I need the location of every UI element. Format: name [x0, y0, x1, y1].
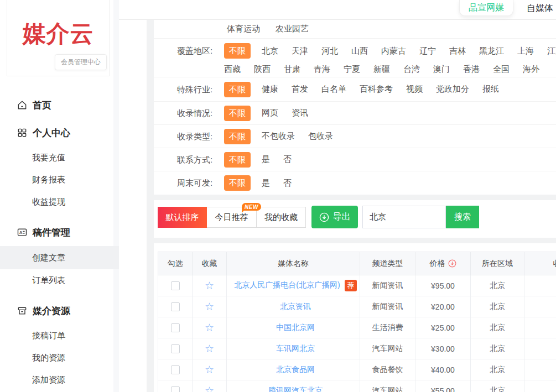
column-header-4[interactable]: 价格 [415, 252, 471, 275]
filter-option[interactable]: 内蒙古 [381, 46, 406, 56]
favorite-star-icon[interactable]: ☆ [205, 385, 214, 392]
row-checkbox[interactable] [171, 344, 180, 353]
filter-option[interactable]: 全国 [493, 64, 510, 75]
logo-card: 媒介云 会员管理中心 [7, 0, 110, 76]
filter-option[interactable]: 不包收录 [262, 131, 295, 142]
filter-selected-option[interactable]: 不限 [224, 106, 251, 121]
filter-option[interactable]: 黑龙江 [479, 46, 504, 56]
filter-option[interactable]: 包收录 [308, 131, 333, 142]
filter-option[interactable]: 陕西 [254, 64, 271, 75]
table-row: ☆车讯网北京汽车网站¥30.00北京资讯 [158, 338, 556, 359]
filter-option[interactable]: 海外 [523, 64, 539, 75]
sidebar-item-add-resources[interactable]: 添加资源 [0, 369, 113, 391]
panel-gap [147, 195, 556, 200]
media-name-link[interactable]: 北京人民广播电台(北京广播网) [234, 280, 340, 289]
my-favorites-button[interactable]: 我的收藏 [257, 207, 306, 228]
filter-option[interactable]: 河北 [321, 46, 338, 56]
filter-option[interactable]: 天津 [292, 46, 308, 56]
sidebar-item-manuscript-management[interactable]: A稿件管理 [0, 218, 113, 246]
filter-label: 周末可发: [177, 175, 224, 191]
filter-option[interactable]: 是 [262, 178, 270, 189]
filter-option[interactable]: 吉林 [449, 46, 466, 56]
media-name-link[interactable]: 北京资讯 [280, 302, 311, 311]
filter-option[interactable]: 宁夏 [344, 64, 360, 75]
sidebar-item-label: 首页 [33, 99, 51, 112]
filter-option[interactable]: 网页 [262, 108, 278, 118]
filter-option[interactable]: 澳门 [433, 64, 450, 75]
cell-region: 北京 [471, 275, 524, 296]
filter-option[interactable]: 辽宁 [419, 46, 436, 56]
row-checkbox[interactable] [171, 302, 180, 311]
cell-index-status: 网页 [524, 359, 556, 380]
sidebar-item-personal-center[interactable]: 个人中心 [0, 119, 113, 147]
sidebar-item-order-list[interactable]: 订单列表 [0, 269, 113, 291]
cell-check [158, 275, 193, 296]
sidebar-item-financial-report[interactable]: 财务报表 [0, 169, 113, 191]
cell-check [158, 317, 193, 338]
filter-row-index-status: 收录情况:不限网页资讯 [154, 102, 556, 125]
favorite-star-icon[interactable]: ☆ [205, 301, 214, 312]
filter-option[interactable]: 健康 [262, 84, 278, 95]
filter-option[interactable]: 报纸 [482, 84, 499, 95]
filter-option[interactable]: 西藏 [224, 64, 241, 75]
sidebar-item-income-withdraw[interactable]: 收益提现 [0, 191, 113, 213]
filter-option[interactable]: 首发 [292, 84, 308, 95]
filter-selected-option[interactable]: 不限 [224, 129, 251, 144]
filter-selected-option[interactable]: 不限 [224, 82, 251, 97]
filter-selected-option[interactable]: 不限 [224, 175, 251, 191]
sidebar-item-my-resources[interactable]: 我的资源 [0, 347, 113, 369]
search-input[interactable] [362, 206, 446, 228]
filter-option[interactable]: 资讯 [292, 108, 308, 118]
filter-option[interactable]: 否 [283, 178, 292, 189]
favorite-star-icon[interactable]: ☆ [205, 322, 214, 333]
filter-option[interactable]: 香港 [463, 64, 480, 75]
filter-option[interactable]: 甘肃 [284, 64, 300, 75]
sidebar-item-receive-orders[interactable]: 接稿订单 [0, 325, 113, 347]
default-sort-button[interactable]: 默认排序 [158, 207, 207, 228]
media-name-link[interactable]: 腾讯网汽车北京 [268, 386, 323, 392]
favorite-star-icon[interactable]: ☆ [205, 280, 214, 291]
search-button[interactable]: 搜索 [446, 206, 479, 228]
media-name-link[interactable]: 中国北京网 [276, 323, 315, 332]
filter-option[interactable]: 台湾 [403, 64, 420, 75]
tab-self-media[interactable]: 自媒体 [527, 0, 553, 16]
filter-options: 是否 [262, 178, 305, 189]
filter-selected-option[interactable]: 不限 [224, 152, 251, 168]
filter-row-contact-method: 联系方式:不限是否 [154, 148, 556, 171]
export-button[interactable]: 导出 [311, 206, 358, 228]
filter-option[interactable]: 新疆 [373, 64, 390, 75]
tab-media-pr[interactable]: 品宣网媒 [459, 0, 513, 16]
favorite-star-icon[interactable]: ☆ [205, 364, 214, 375]
price-sort-icon[interactable] [448, 259, 456, 268]
filter-option[interactable]: 山西 [351, 46, 368, 56]
sidebar-item-recharge[interactable]: 我要充值 [0, 147, 113, 169]
filter-option[interactable]: 党政加分 [436, 84, 469, 95]
row-checkbox[interactable] [171, 281, 180, 290]
filter-selected-option[interactable]: 不限 [224, 43, 251, 59]
filter-option[interactable]: 农业园艺 [276, 24, 309, 34]
filter-option[interactable]: 体育运动 [227, 24, 260, 34]
filter-option[interactable]: 江苏 [547, 46, 556, 56]
cell-channel-type: 食品餐饮 [360, 359, 415, 380]
row-checkbox[interactable] [171, 323, 180, 332]
filter-label: 收录情况: [177, 106, 224, 121]
favorite-star-icon[interactable]: ☆ [205, 343, 214, 354]
sidebar-item-label: 添加资源 [32, 375, 65, 385]
sidebar-item-home[interactable]: 首页 [0, 91, 113, 119]
sidebar-item-media-resources[interactable]: 媒介资源 [0, 297, 113, 325]
row-checkbox[interactable] [171, 365, 180, 374]
media-name-link[interactable]: 北京食品网 [276, 365, 315, 374]
filter-option[interactable]: 上海 [517, 46, 534, 56]
today-recommend-button[interactable]: 今日推荐 NEW [207, 207, 257, 228]
filter-option[interactable]: 否 [283, 154, 292, 165]
row-checkbox[interactable] [171, 386, 180, 392]
filter-option[interactable]: 百科参考 [360, 84, 393, 95]
sidebar-item-create-article[interactable]: 创建文章 [0, 246, 119, 269]
filter-option[interactable]: 白名单 [321, 84, 346, 95]
cell-channel-type: 新闻资讯 [360, 275, 415, 296]
filter-option[interactable]: 北京 [262, 46, 278, 56]
filter-option[interactable]: 视频 [406, 84, 423, 95]
media-name-link[interactable]: 车讯网北京 [276, 344, 315, 353]
filter-option[interactable]: 是 [262, 154, 270, 165]
filter-option[interactable]: 青海 [314, 64, 330, 75]
